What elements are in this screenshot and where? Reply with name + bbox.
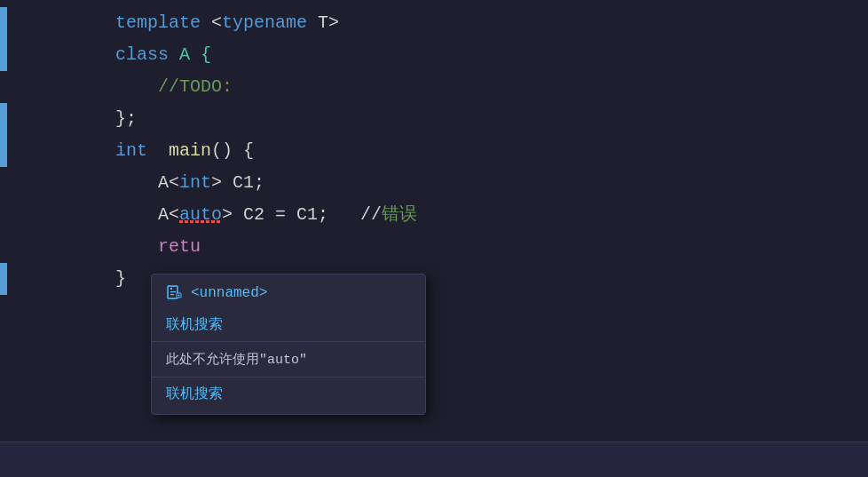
line-indicator-4 [0, 103, 7, 135]
line-indicator-2 [0, 39, 7, 71]
line-content-9: } [7, 231, 126, 327]
search-online-label-2: 联机搜索 [166, 385, 223, 403]
code-line-9: } [0, 263, 868, 295]
line-indicator-5 [0, 135, 7, 167]
menu-item-error-message: 此处不允许使用"auto" [152, 341, 425, 378]
context-menu: <unnamed> 联机搜索 此处不允许使用"auto" 联机搜索 [151, 274, 426, 415]
menu-item-unnamed[interactable]: <unnamed> [152, 278, 425, 308]
svg-rect-3 [170, 294, 174, 295]
line-indicator-7 [0, 199, 7, 231]
unnamed-label: <unnamed> [191, 285, 267, 301]
line-indicator-1 [0, 7, 7, 39]
line-indicator-9 [0, 263, 7, 295]
file-icon [166, 285, 182, 301]
svg-rect-2 [170, 291, 176, 292]
error-message-label: 此处不允许使用"auto" [166, 351, 307, 368]
menu-item-search-online-1[interactable]: 联机搜索 [152, 308, 425, 341]
code-editor: template <typename T> class A { //TODO: … [0, 0, 868, 477]
line-indicator-6 [0, 167, 7, 199]
svg-rect-1 [170, 288, 172, 290]
status-bar [0, 441, 868, 477]
code-line-8: retu [0, 231, 868, 263]
menu-item-search-online-2[interactable]: 联机搜索 [152, 378, 425, 410]
line-indicator-8 [0, 231, 7, 263]
line-indicator-3 [0, 71, 7, 103]
search-online-label-1: 联机搜索 [166, 315, 223, 334]
